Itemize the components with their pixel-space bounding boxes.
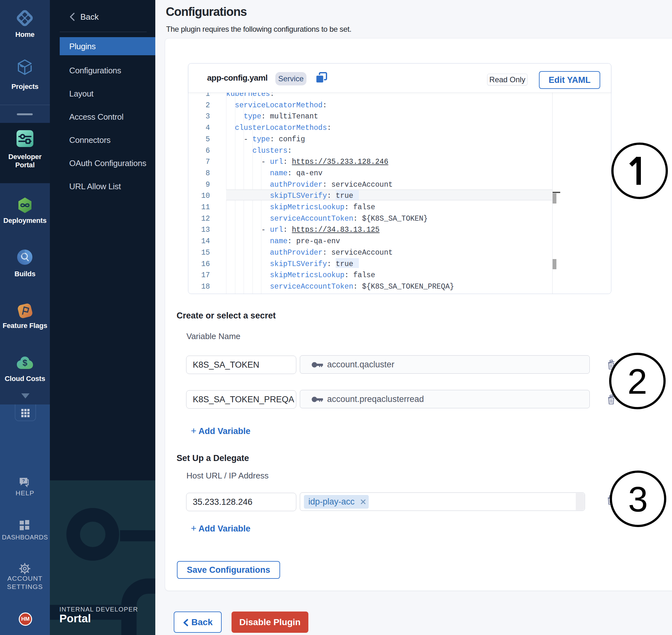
svg-text:?: ?	[22, 478, 25, 483]
svg-text:$: $	[23, 358, 27, 368]
